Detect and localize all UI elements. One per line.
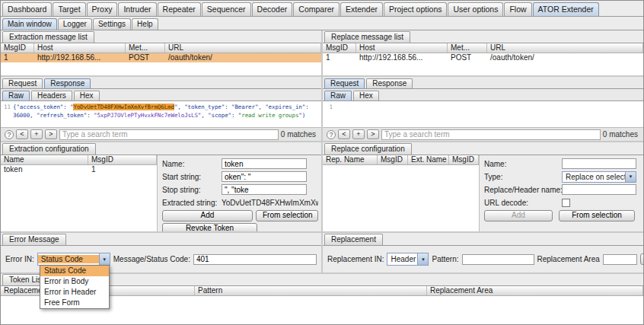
extracted-string-label: Extracted string: xyxy=(162,199,222,207)
tab-headers[interactable]: Headers xyxy=(31,91,72,100)
tab-ator-extender[interactable]: ATOR Extender xyxy=(533,2,599,16)
tab-flow[interactable]: Flow xyxy=(504,2,531,16)
name-field[interactable] xyxy=(222,158,307,169)
extraction-message-list-panel: Extraction message list MsgID Host Met..… xyxy=(1,30,321,75)
table-row[interactable]: token 1 xyxy=(1,165,157,174)
tab-request[interactable]: Request xyxy=(324,78,365,88)
tab-dashboard[interactable]: Dashboard xyxy=(2,2,52,16)
replace-header-name-field[interactable] xyxy=(562,184,636,195)
tab-raw[interactable]: Raw xyxy=(324,91,352,100)
stop-string-label: Stop string: xyxy=(162,186,222,194)
extraction-message-list-tab[interactable]: Extraction message list xyxy=(2,31,94,43)
search-prev-button[interactable]: < xyxy=(338,129,350,139)
search-add-button[interactable]: + xyxy=(30,129,43,139)
tab-extender[interactable]: Extender xyxy=(340,2,383,16)
column-header-msgid[interactable]: MsgID xyxy=(449,155,479,164)
from-selection-button[interactable]: From selection xyxy=(256,210,318,221)
column-header-msgid[interactable]: MsgID xyxy=(88,155,157,164)
dropdown-option-status-code[interactable]: Status Code xyxy=(40,266,109,276)
tab-decoder[interactable]: Decoder xyxy=(252,2,293,16)
table-row[interactable]: 1 http://192.168.56... POST /oauth/token… xyxy=(1,53,321,62)
add-extraction-button[interactable]: Add xyxy=(162,210,253,221)
table-row[interactable]: 1 http://192.168.56... POST /oauth/token… xyxy=(323,53,643,62)
error-message-tab[interactable]: Error Message xyxy=(2,234,66,245)
tab-hex[interactable]: Hex xyxy=(353,91,379,100)
tab-settings[interactable]: Settings xyxy=(93,18,131,30)
column-header-pattern[interactable]: Pattern xyxy=(195,286,427,295)
column-header-rep-name[interactable]: Rep. Name xyxy=(323,155,378,164)
help-icon[interactable]: ? xyxy=(327,130,336,139)
replace-configuration-tab[interactable]: Replace configuration xyxy=(324,143,412,155)
tab-help[interactable]: Help xyxy=(132,18,158,30)
dropdown-option-free-form[interactable]: Free Form xyxy=(40,298,109,308)
column-header-url[interactable]: URL xyxy=(165,43,321,53)
url-decode-checkbox[interactable] xyxy=(562,199,570,207)
request-editor[interactable]: 1 xyxy=(323,101,643,127)
replacement-tab[interactable]: Replacement xyxy=(324,234,383,245)
tab-user-options[interactable]: User options xyxy=(448,2,503,16)
from-selection-button[interactable]: From selection xyxy=(559,210,635,221)
pattern-field[interactable] xyxy=(462,254,534,265)
tab-request[interactable]: Request xyxy=(2,78,43,88)
cell-host: http://192.168.56... xyxy=(356,53,448,62)
search-next-button[interactable]: > xyxy=(367,129,379,139)
search-input[interactable] xyxy=(381,129,601,140)
column-header-replacement-area[interactable]: Replacement Area xyxy=(427,286,643,295)
tab-project-options[interactable]: Project options xyxy=(384,2,447,16)
column-header-host[interactable]: Host xyxy=(356,43,448,53)
start-string-field[interactable] xyxy=(222,171,307,182)
error-in-dropdown[interactable]: Status Code ▼ xyxy=(37,253,110,266)
replacement-panel: Replacement Replacement IN: Header ▼ Pat… xyxy=(321,233,643,272)
dropdown-option-error-in-body[interactable]: Error in Body xyxy=(40,276,109,287)
replacement-in-dropdown[interactable]: Header ▼ xyxy=(387,253,429,266)
message-status-code-label: Message/Status Code: xyxy=(113,255,190,263)
tab-response[interactable]: Response xyxy=(366,78,413,88)
tab-raw[interactable]: Raw xyxy=(2,91,30,100)
tab-target[interactable]: Target xyxy=(53,2,85,16)
column-header-msgid[interactable]: MsgID xyxy=(1,43,34,53)
extraction-config-table: Name MsgID token 1 xyxy=(1,155,158,231)
type-value: Replace on selected xyxy=(563,173,625,181)
revoke-token-button[interactable]: Revoke Token xyxy=(162,223,257,232)
replace-message-list-tab[interactable]: Replace message list xyxy=(324,31,410,43)
search-input[interactable] xyxy=(59,129,279,140)
json-text: ", "token_type": "Bearer", "expires_in": xyxy=(174,104,309,110)
message-status-code-field[interactable] xyxy=(193,254,317,265)
search-next-button[interactable]: > xyxy=(45,129,57,139)
extraction-message-list-header: MsgID Host Met... URL xyxy=(1,43,321,53)
replace-name-field[interactable] xyxy=(562,158,636,169)
add-replacement-button[interactable]: Add xyxy=(640,253,644,265)
tab-main-window[interactable]: Main window xyxy=(2,18,57,30)
dropdown-option-error-in-header[interactable]: Error in Header xyxy=(40,287,109,298)
extraction-configuration-tab[interactable]: Extraction configuration xyxy=(2,143,96,155)
replacement-area-field[interactable] xyxy=(603,254,637,265)
replace-message-list-panel: Replace message list MsgID Host Met... U… xyxy=(321,30,643,75)
tab-response[interactable]: Response xyxy=(44,78,91,88)
tab-logger[interactable]: Logger xyxy=(58,18,92,30)
add-replace-config-button[interactable]: Add xyxy=(484,210,553,221)
help-icon[interactable]: ? xyxy=(5,130,14,139)
column-header-msgid[interactable]: MsgID xyxy=(378,155,408,164)
response-editor[interactable]: 11 {"access_token": "YoDvUetTD48FXHwImXm… xyxy=(1,101,321,127)
column-header-method[interactable]: Met... xyxy=(126,43,165,53)
tab-sequencer[interactable]: Sequencer xyxy=(202,2,251,16)
column-header-msgid[interactable]: MsgID xyxy=(323,43,356,53)
column-header-name[interactable]: Name xyxy=(1,155,88,164)
tab-repeater[interactable]: Repeater xyxy=(158,2,201,16)
chevron-down-icon: ▼ xyxy=(417,253,428,265)
type-dropdown[interactable]: Replace on selected ▼ xyxy=(562,171,636,183)
tab-proxy[interactable]: Proxy xyxy=(87,2,118,16)
tab-comparer[interactable]: Comparer xyxy=(293,2,340,16)
tab-hex[interactable]: Hex xyxy=(74,91,100,100)
error-in-dropdown-popup: Status Code Error in Body Error in Heade… xyxy=(40,265,110,309)
column-header-host[interactable]: Host xyxy=(34,43,126,53)
search-prev-button[interactable]: < xyxy=(16,129,28,139)
json-text: ") xyxy=(298,112,305,119)
column-header-ext-name[interactable]: Ext. Name xyxy=(408,155,449,164)
column-header-method[interactable]: Met... xyxy=(448,43,487,53)
stop-string-field[interactable] xyxy=(222,184,307,195)
replacement-area-label: Replacement Area xyxy=(537,255,600,263)
column-header-url[interactable]: URL xyxy=(487,43,643,53)
tab-intruder[interactable]: Intruder xyxy=(118,2,156,16)
search-add-button[interactable]: + xyxy=(352,129,365,139)
